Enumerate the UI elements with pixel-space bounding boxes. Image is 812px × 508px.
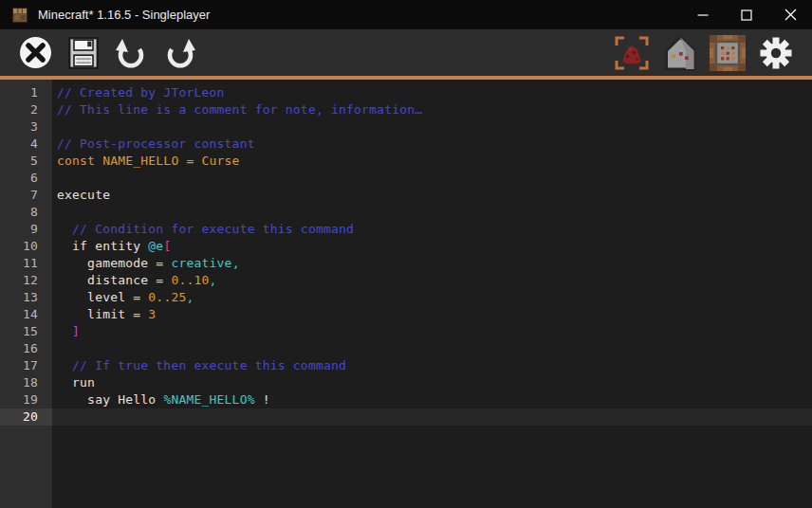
close-editor-button[interactable] [18, 35, 53, 70]
code-segment-comment: // Post-processor constant [57, 136, 255, 151]
line-content: say Hello %NAME_HELLO% ! [52, 391, 812, 408]
code-line-19[interactable]: 19 say Hello %NAME_HELLO% ! [0, 391, 812, 408]
settings-button[interactable] [759, 36, 793, 70]
line-content [52, 204, 812, 221]
line-number: 3 [0, 118, 52, 136]
code-segment-plain: run [57, 375, 95, 390]
line-number: 14 [0, 306, 52, 323]
window-title: Minecraft* 1.16.5 - Singleplayer [38, 8, 210, 22]
line-content: // Condition for execute this command [52, 221, 812, 238]
code-segment-bracket: ] [57, 324, 80, 338]
line-number: 2 [0, 101, 52, 118]
line-number: 5 [0, 153, 52, 170]
command-block-button[interactable] [710, 35, 746, 71]
code-line-13[interactable]: 13 level = 0..25, [0, 289, 812, 306]
line-content: const NAME_HELLO = Curse [52, 153, 812, 170]
code-segment-comment: // Created by JTorLeon [57, 85, 225, 100]
toolbar-right [613, 34, 793, 72]
line-number: 7 [0, 187, 52, 204]
code-segment-selector: @e [148, 239, 163, 253]
code-segment-constant: const NAME_HELLO = Curse [57, 154, 240, 168]
code-line-15[interactable]: 15 ] [0, 323, 812, 340]
code-lines: 1// Created by JTorLeon2// This line is … [0, 80, 812, 508]
save-button[interactable] [68, 37, 99, 69]
code-line-14[interactable]: 14 limit = 3 [0, 306, 812, 323]
undo-button[interactable] [114, 36, 148, 70]
code-segment-comment: // This line is a comment for note, info… [57, 102, 422, 117]
script-editor[interactable]: 1// Created by JTorLeon2// This line is … [0, 80, 812, 508]
redstone-dust-selection-icon [613, 34, 651, 72]
code-line-12[interactable]: 12 distance = 0..10, [0, 272, 812, 289]
code-segment-plain: limit [57, 307, 133, 321]
code-line-5[interactable]: 5const NAME_HELLO = Curse [0, 153, 812, 170]
line-content: // Post-processor constant [52, 136, 812, 153]
code-segment-operator: = [133, 307, 148, 321]
line-number: 1 [0, 84, 52, 101]
code-line-6[interactable]: 6 [0, 170, 812, 187]
code-line-3[interactable]: 3 [0, 118, 812, 136]
redo-arrow-icon [163, 36, 197, 70]
code-segment-bracket: [ [163, 239, 171, 253]
titlebar: Minecraft* 1.16.5 - Singleplayer [0, 0, 812, 29]
line-content: level = 0..25, [52, 289, 812, 306]
redstone-selection-button[interactable] [613, 34, 651, 72]
redo-button[interactable] [163, 36, 197, 70]
code-line-18[interactable]: 18 run [0, 374, 812, 391]
crafting-table-icon [10, 6, 29, 25]
line-number: 6 [0, 170, 52, 187]
line-number: 17 [0, 357, 52, 374]
home-block-icon [664, 35, 696, 71]
code-line-10[interactable]: 10 if entity @e[ [0, 238, 812, 255]
code-line-7[interactable]: 7execute [0, 187, 812, 204]
line-content: distance = 0..10, [52, 272, 812, 289]
toolbar [0, 29, 812, 76]
code-line-1[interactable]: 1// Created by JTorLeon [0, 84, 812, 101]
code-line-20[interactable]: 20 [0, 408, 812, 426]
gear-icon [759, 36, 793, 70]
code-segment-plain: if entity [57, 239, 148, 253]
code-line-8[interactable]: 8 [0, 204, 812, 221]
code-line-17[interactable]: 17 // If true then execute this command [0, 357, 812, 374]
code-segment-plain: say Hello [57, 392, 163, 407]
line-content [52, 408, 812, 426]
code-line-4[interactable]: 4// Post-processor constant [0, 136, 812, 153]
line-content: ] [52, 323, 812, 340]
code-segment-operator: = [156, 273, 171, 287]
home-button[interactable] [664, 35, 696, 71]
line-number: 16 [0, 340, 52, 357]
line-number: 8 [0, 204, 52, 221]
code-segment-selector: , [186, 290, 194, 304]
line-content: gamemode = creative, [52, 255, 812, 272]
command-block-icon [710, 35, 746, 71]
line-number: 9 [0, 221, 52, 238]
line-content: // If true then execute this command [52, 357, 812, 374]
line-content: execute [52, 187, 812, 204]
maximize-icon [741, 9, 752, 21]
code-line-2[interactable]: 2// This line is a comment for note, inf… [0, 101, 812, 118]
toolbar-left [18, 35, 197, 70]
floppy-disk-icon [68, 37, 99, 69]
maximize-button[interactable] [725, 0, 768, 29]
code-segment-variable: %NAME_HELLO% [163, 392, 254, 407]
code-segment-plain: level [57, 290, 133, 304]
code-segment-plain: execute [57, 188, 110, 202]
code-segment-selector: , [210, 273, 217, 287]
code-line-9[interactable]: 9 // Condition for execute this command [0, 221, 812, 238]
line-number: 13 [0, 289, 52, 306]
line-content: // Created by JTorLeon [52, 84, 812, 101]
gutter-filler [0, 426, 812, 508]
code-line-11[interactable]: 11 gamemode = creative, [0, 255, 812, 272]
code-line-16[interactable]: 16 [0, 340, 812, 357]
code-segment-selector: creative, [171, 256, 239, 270]
code-segment-plain: distance [57, 273, 156, 287]
close-button[interactable] [768, 0, 812, 29]
line-content [52, 118, 812, 136]
code-segment-number: 0..25 [148, 290, 186, 304]
code-segment-operator: = [156, 256, 171, 270]
window-controls [681, 0, 812, 29]
minimize-icon [697, 9, 709, 21]
line-content [52, 170, 812, 187]
minimize-button[interactable] [681, 0, 725, 29]
line-content: // This line is a comment for note, info… [52, 101, 812, 118]
line-number: 10 [0, 238, 52, 255]
